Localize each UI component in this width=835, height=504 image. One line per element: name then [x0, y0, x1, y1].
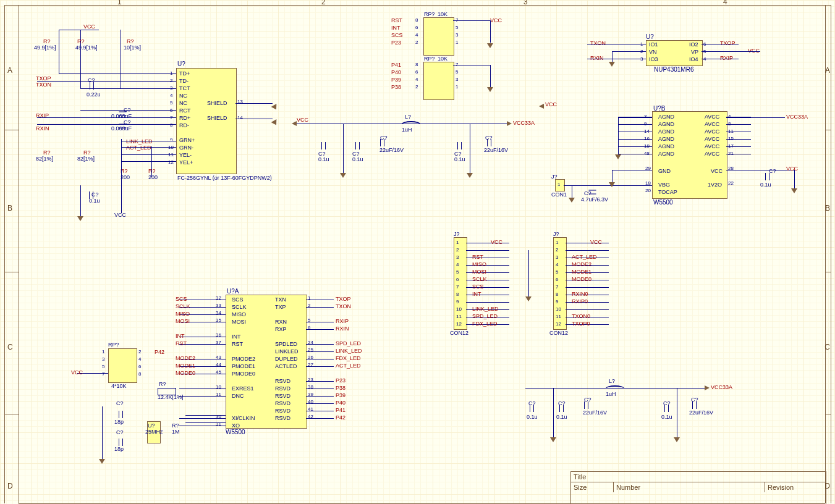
net: P38 [391, 84, 401, 90]
wire [677, 388, 677, 437]
ref: C? [584, 190, 591, 196]
ref: RP? [424, 11, 435, 17]
wire [121, 161, 176, 162]
val: 0.068uF [111, 113, 132, 119]
title-block: Title Size Number Revision [570, 471, 826, 504]
net: TXON [590, 40, 606, 46]
ref: C? [380, 135, 388, 141]
pin: VN [649, 49, 657, 55]
tick [4, 414, 19, 414]
cap-icon [119, 411, 123, 418]
val: 0.1u [760, 182, 771, 188]
arrow-icon [292, 121, 297, 126]
val: 0.1u [352, 156, 363, 162]
wire [587, 59, 646, 59]
cap-icon [321, 142, 326, 149]
wire [59, 30, 80, 30]
gnd-icon [99, 459, 105, 464]
net-vcc: VCC [297, 117, 308, 123]
col-3: 3 [523, 0, 528, 6]
arrow-icon [705, 385, 710, 390]
gnd-icon [569, 198, 575, 203]
rp1 [423, 17, 454, 56]
pin: 1 [557, 182, 560, 187]
ref: RP? [424, 56, 435, 62]
row-C: C [7, 343, 13, 351]
pin-label: RCT [179, 107, 191, 114]
val: 18p [114, 419, 124, 425]
net: RXIP [720, 55, 733, 61]
cap-icon [355, 142, 360, 149]
wire [121, 154, 176, 155]
ref: U?B [653, 105, 665, 112]
row-D: D [7, 482, 13, 490]
ref: C? [528, 400, 536, 406]
wire [553, 388, 554, 437]
wire [701, 44, 739, 44]
ref: C? [91, 191, 99, 198]
val: 0.1u [556, 414, 567, 420]
net-vcc: VCC [490, 17, 502, 23]
part: W5500 [653, 199, 673, 206]
tick [825, 414, 831, 414]
pin-label: YEL+ [179, 159, 193, 166]
ref: R? [127, 38, 134, 44]
arrow-icon [539, 104, 544, 109]
ref: C? [663, 400, 671, 406]
part: CON12 [450, 330, 468, 336]
val: 49.9[1%] [75, 44, 98, 51]
net-txon: TXON [36, 82, 51, 88]
ref: C? [88, 77, 95, 83]
net-vcc33: VCC33A [513, 120, 535, 126]
ref: U?A [227, 288, 239, 295]
rp3 [108, 348, 137, 383]
wire [490, 65, 491, 87]
gnd-icon [487, 87, 493, 92]
wire [572, 185, 572, 198]
net: P41 [391, 62, 401, 68]
wire [343, 124, 344, 173]
wire [37, 117, 176, 118]
val: 10[1%] [124, 44, 141, 51]
val: 82[1%] [77, 156, 95, 162]
tick [4, 272, 19, 272]
ref: R? [43, 149, 51, 156]
ref: J? [553, 231, 559, 237]
wire [701, 59, 739, 59]
val: 18p [114, 446, 124, 452]
net: RST [391, 17, 402, 23]
ref: C? [691, 397, 698, 403]
pin: GND [658, 168, 671, 174]
net: TXOP [720, 40, 735, 46]
ref: C? [769, 168, 776, 174]
cap-icon [119, 439, 123, 446]
wire [794, 170, 795, 188]
val: 25MHz [145, 429, 163, 435]
wire [59, 30, 59, 74]
val: 12.4K[1%] [158, 394, 184, 400]
ref: RP? [108, 342, 119, 348]
val: 0.22u [87, 91, 101, 98]
ref: C? [116, 429, 124, 435]
pin: IO2 [689, 41, 698, 48]
ref: R? [83, 149, 91, 156]
val: 22uF/16V [379, 147, 404, 153]
col-2: 2 [321, 0, 326, 6]
net-vcc: VCC [545, 101, 557, 107]
val: 1uH [402, 127, 412, 133]
wire [618, 117, 619, 154]
row-C-r: C [824, 343, 830, 351]
part: FC-256GYNL (or 13F-60FGYDPNW2) [177, 175, 272, 181]
wire [37, 124, 176, 125]
pin-label: NC [179, 100, 187, 106]
wire [587, 44, 646, 44]
ref: U? [177, 61, 185, 67]
val: 0.1u [527, 414, 538, 420]
wire [235, 119, 273, 119]
gnd-icon [615, 154, 621, 159]
ref: U? [148, 422, 155, 429]
pin: IO3 [649, 56, 658, 62]
ref: J? [551, 174, 557, 180]
ref: C? [124, 119, 131, 125]
net-vcc: VCC [114, 212, 126, 218]
